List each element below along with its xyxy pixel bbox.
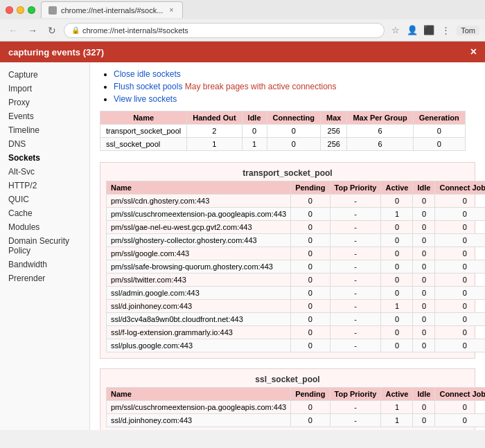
table-row: ssl/d3cv4a8a9wn0bt.cloudfront.net:4430-0… (107, 313, 486, 326)
table-cell: pm/ssl/safe-browsing-quorum.ghostery.com… (107, 260, 291, 274)
sidebar-item-alt-svc[interactable]: Alt-Svc (0, 165, 89, 179)
table-cell: 0 (381, 313, 413, 326)
table-row: ssl/admin.google.com:4430-000stoppedfals… (107, 287, 486, 300)
table-row: pm/ssl/twitter.com:4430-000stoppedfalse (107, 274, 486, 287)
tab-favicon (48, 6, 57, 15)
table-cell: - (330, 195, 381, 208)
flush-pools-link[interactable]: Flush socket pools (114, 82, 182, 91)
transport-pool-title: transport_socket_pool (106, 168, 469, 178)
summary-col-handed: Handed Out (187, 111, 242, 125)
table-cell: 0 (381, 260, 413, 274)
view-live-item: View live sockets (114, 94, 475, 104)
view-live-link[interactable]: View live sockets (114, 94, 177, 104)
sidebar-item-capture[interactable]: Capture (0, 68, 89, 82)
back-button[interactable]: ← (6, 23, 21, 38)
close-idle-link[interactable]: Close idle sockets (114, 69, 181, 79)
forward-button[interactable]: → (25, 23, 40, 38)
transport-pool-table: Name Pending Top Priority Active Idle Co… (106, 181, 485, 352)
table-cell: 0 (413, 247, 435, 260)
table-cell: 0 (413, 221, 435, 234)
summary-table-cell: 6 (347, 138, 413, 151)
table-cell: 0 (291, 287, 330, 300)
table-cell: 0 (413, 414, 435, 427)
sidebar-item-modules[interactable]: Modules (0, 220, 89, 234)
table-cell: 0 (291, 208, 330, 221)
sidebar-item-timeline[interactable]: Timeline (0, 123, 89, 137)
summary-table-cell: ssl_socket_pool (100, 138, 187, 151)
minimize-button[interactable] (17, 6, 24, 14)
summary-table-cell: 6 (347, 125, 413, 138)
table-cell: pm/ssl/ghostery-collector.ghostery.com:4… (107, 234, 291, 247)
summary-table: Name Handed Out Idle Connecting Max Max … (100, 111, 466, 151)
summary-table-cell: 1 (187, 138, 242, 151)
sidebar-item-http2[interactable]: HTTP/2 (0, 179, 89, 192)
table-cell: 0 (291, 401, 330, 414)
flush-pools-item: Flush socket pools May break pages with … (114, 82, 475, 91)
table-cell: ssl/f-log-extension.grammarly.io:443 (107, 326, 291, 339)
close-button[interactable] (6, 6, 13, 14)
sidebar-item-events[interactable]: Events (0, 109, 89, 123)
settings-icon[interactable]: ⋮ (439, 24, 452, 37)
header-close-button[interactable]: × (470, 46, 477, 58)
table-cell: 0 (413, 274, 435, 287)
sidebar-item-bandwidth[interactable]: Bandwidth (0, 258, 89, 271)
summary-table-cell: 2 (187, 125, 242, 138)
tp-col-idle: Idle (413, 181, 435, 195)
sidebar-item-sockets[interactable]: Sockets (0, 151, 89, 165)
action-list: Close idle sockets Flush socket pools Ma… (100, 69, 475, 104)
tp-col-pending: Pending (291, 181, 330, 195)
traffic-lights (6, 6, 35, 14)
table-cell: 0 (381, 326, 413, 339)
address-bar[interactable]: 🔒 chrome://net-internals/#sockets (64, 23, 385, 38)
table-cell: pm/ssl/cuschromeextension-pa.googleapis.… (107, 208, 291, 221)
table-cell: pm/ssl/gae-nel-eu-west.gcp.gvt2.com:443 (107, 221, 291, 234)
active-tab[interactable]: chrome://net-internals/#sock... × (41, 1, 183, 18)
table-cell: 0 (381, 339, 413, 352)
summary-table-cell: 0 (267, 138, 321, 151)
table-cell: - (330, 221, 381, 234)
tp-col-toppriority: Top Priority (330, 181, 381, 195)
profile-icon[interactable]: 👤 (405, 24, 419, 37)
sidebar-item-prerender[interactable]: Prerender (0, 271, 89, 285)
table-cell: 0 (435, 234, 485, 247)
sidebar-item-proxy[interactable]: Proxy (0, 96, 89, 109)
table-cell: 0 (291, 274, 330, 287)
table-cell: 0 (413, 208, 435, 221)
table-cell: 0 (413, 401, 435, 414)
table-cell: 1 (381, 208, 413, 221)
table-row: pm/ssl/cuschromeextension-pa.googleapis.… (107, 401, 486, 414)
sidebar-item-domain-security-policy[interactable]: Domain Security Policy (0, 234, 89, 258)
sidebar-item-cache[interactable]: Cache (0, 206, 89, 220)
sidebar-item-import[interactable]: Import (0, 82, 89, 96)
sp-col-pending: Pending (291, 388, 330, 401)
table-cell: 0 (413, 260, 435, 274)
bookmark-icon[interactable]: ☆ (389, 24, 403, 37)
ssl-pool-header-row: Name Pending Top Priority Active Idle Co… (107, 388, 486, 401)
tab-close-button[interactable]: × (167, 6, 175, 15)
address-text: chrome://net-internals/#sockets (82, 26, 188, 35)
table-row: pm/ssl/gae-nel-eu-west.gcp.gvt2.com:4430… (107, 221, 486, 234)
ssl-pool-title: ssl_socket_pool (106, 375, 469, 384)
table-cell: - (330, 300, 381, 313)
sidebar-item-quic[interactable]: QUIC (0, 192, 89, 206)
table-cell: 0 (291, 221, 330, 234)
sp-col-active: Active (381, 388, 413, 401)
maximize-button[interactable] (28, 6, 35, 14)
refresh-button[interactable]: ↻ (44, 23, 60, 38)
sidebar-item-dns[interactable]: DNS (0, 137, 89, 151)
table-cell: 0 (435, 247, 485, 260)
table-row: pm/ssl/ghostery-collector.ghostery.com:4… (107, 234, 486, 247)
extensions-icon[interactable]: ⬛ (422, 24, 436, 37)
table-cell: - (330, 260, 381, 274)
table-cell: 0 (435, 260, 485, 274)
table-cell: ssl/d.joinhoney.com:443 (107, 300, 291, 313)
sp-col-toppriority: Top Priority (330, 388, 381, 401)
main-layout: Capture Import Proxy Events Timeline DNS… (0, 62, 485, 430)
table-cell: - (330, 326, 381, 339)
table-cell: 0 (413, 326, 435, 339)
table-cell: 0 (413, 287, 435, 300)
table-cell: ssl/plus.google.com:443 (107, 339, 291, 352)
sp-col-connectjobs: Connect Jobs (435, 388, 485, 401)
table-cell: 0 (291, 247, 330, 260)
summary-col-max: Max (321, 111, 347, 125)
